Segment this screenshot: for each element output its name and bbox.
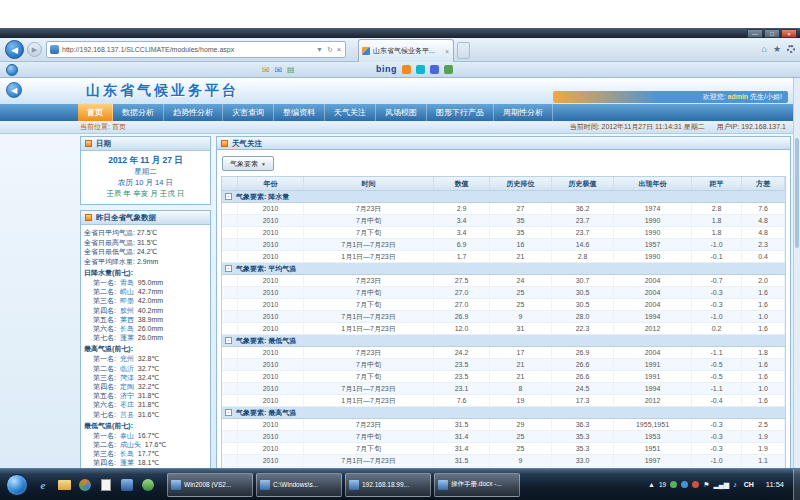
folder-icon[interactable] bbox=[55, 476, 73, 494]
station-name[interactable]: 长岛 bbox=[120, 450, 134, 457]
url-text[interactable]: http://192.168.137.1/SLCCLIMATE/modules/… bbox=[62, 46, 314, 53]
address-bar[interactable]: http://192.168.137.1/SLCCLIMATE/modules/… bbox=[46, 41, 346, 58]
station-name[interactable]: 兖州 bbox=[120, 355, 134, 362]
collapse-icon[interactable]: - bbox=[225, 193, 232, 200]
favorites-star-icon[interactable]: ★ bbox=[773, 43, 781, 55]
forward-button[interactable]: ▶ bbox=[27, 42, 42, 57]
toolbar-icon-1[interactable] bbox=[402, 65, 411, 74]
close-button[interactable]: × bbox=[781, 29, 797, 38]
nav-item[interactable]: 图形下行产品 bbox=[427, 104, 494, 121]
cell-anomaly: -1.1 bbox=[692, 347, 742, 358]
network-icon[interactable]: ▂▄▆ bbox=[713, 480, 729, 490]
table-section-row[interactable]: - 气象要素: 降水量 bbox=[222, 191, 785, 203]
element-selector-button[interactable]: 气象要素 ▼ bbox=[222, 156, 274, 171]
im-tray-icon[interactable] bbox=[681, 481, 688, 488]
station-name[interactable]: 定陶 bbox=[120, 383, 134, 390]
nav-item[interactable]: 周期性分析 bbox=[494, 104, 553, 121]
address-dropdown-icon[interactable]: ▼ bbox=[314, 46, 325, 53]
update-tray-icon[interactable] bbox=[692, 481, 699, 488]
table-section-row[interactable]: - 气象要素: 最低气温 bbox=[222, 335, 785, 347]
task-button[interactable]: C:\Windows\s... bbox=[256, 473, 342, 497]
app-icon-2[interactable] bbox=[139, 476, 157, 494]
station-name[interactable]: 蓬莱 bbox=[120, 459, 134, 466]
station-name[interactable]: 济宁 bbox=[120, 392, 134, 399]
site-back-bubble-icon[interactable]: ◀ bbox=[6, 82, 22, 98]
nav-item[interactable]: 天气关注 bbox=[325, 104, 376, 121]
messenger-icon[interactable] bbox=[6, 64, 18, 76]
cell-anomaly: -0.5 bbox=[692, 371, 742, 382]
media-player-icon[interactable] bbox=[76, 476, 94, 494]
minimize-button[interactable]: — bbox=[747, 29, 763, 38]
station-name[interactable]: 蓬莱 bbox=[120, 334, 134, 341]
gear-icon[interactable] bbox=[787, 45, 795, 53]
cell-anomaly: -1.0 bbox=[692, 311, 742, 322]
nav-item-home[interactable]: 首页 bbox=[78, 104, 113, 121]
station-name[interactable]: 菏泽 bbox=[120, 374, 134, 381]
station-name[interactable]: 胶州 bbox=[120, 307, 134, 314]
nav-item[interactable]: 数据分析 bbox=[113, 104, 164, 121]
station-name[interactable]: 泰山 bbox=[120, 432, 134, 439]
rank-value: 31.8℃ bbox=[138, 392, 160, 399]
station-name[interactable]: 成山头 bbox=[120, 441, 141, 448]
bing-logo[interactable]: bing bbox=[376, 64, 397, 74]
nav-item[interactable]: 风场模图 bbox=[376, 104, 427, 121]
document-app-icon[interactable] bbox=[97, 476, 115, 494]
show-desktop-button[interactable] bbox=[793, 469, 800, 500]
taskbar-clock[interactable]: 11:54 bbox=[761, 480, 789, 489]
stat-value: 31.5℃ bbox=[137, 239, 157, 246]
antivirus-tray-icon[interactable] bbox=[670, 481, 677, 488]
flag-icon[interactable]: ⚑ bbox=[703, 480, 709, 490]
collapse-icon[interactable]: - bbox=[225, 337, 232, 344]
table-row: 2010 7月下旬 31.4 25 35.3 1951 -0.3 1.9 bbox=[222, 443, 785, 455]
system-tray: ▲ 19 ⚑ ▂▄▆ ♪ CH 11:54 bbox=[648, 469, 800, 500]
station-name[interactable]: 崂山 bbox=[120, 288, 134, 295]
stop-icon[interactable]: × bbox=[335, 46, 343, 53]
maximize-button[interactable]: □ bbox=[764, 29, 780, 38]
main-panel-title: 天气关注 bbox=[232, 139, 262, 148]
page-scrollbar[interactable] bbox=[793, 78, 800, 468]
mail-icon-2[interactable]: ✉ bbox=[275, 64, 283, 76]
ie-icon[interactable]: e bbox=[34, 476, 52, 494]
task-button[interactable]: Win2008 (VS2... bbox=[167, 473, 253, 497]
nav-item[interactable]: 趋势性分析 bbox=[164, 104, 223, 121]
nav-item[interactable]: 灾害查询 bbox=[223, 104, 274, 121]
table-section-row[interactable]: - 气象要素: 平均气温 bbox=[222, 263, 785, 275]
mail-icon[interactable]: ✉ bbox=[262, 64, 270, 76]
cell-variance: 1.6 bbox=[742, 371, 785, 382]
station-name[interactable]: 莒县 bbox=[120, 411, 134, 418]
back-button[interactable]: ◀ bbox=[5, 40, 24, 59]
language-indicator[interactable]: CH bbox=[741, 480, 757, 489]
ranking-item: 第五名: 济宁 31.8℃ bbox=[84, 391, 207, 400]
browser-tab[interactable]: 山东省气候业务平... × bbox=[358, 39, 454, 62]
table-section-row[interactable]: - 气象要素: 最高气温 bbox=[222, 407, 785, 419]
cell-rank: 21 bbox=[490, 359, 552, 370]
task-button[interactable]: 192.168.18.99... bbox=[345, 473, 431, 497]
volume-icon[interactable]: ♪ bbox=[733, 480, 737, 490]
tray-expand-icon[interactable]: ▲ bbox=[648, 480, 655, 490]
weather-stat: 全省平均降水量: 2.9mm bbox=[84, 257, 207, 267]
task-app-icon bbox=[260, 480, 270, 490]
nav-item[interactable]: 整编资料 bbox=[274, 104, 325, 121]
station-name[interactable]: 临沂 bbox=[120, 365, 134, 372]
station-name[interactable]: 枣庄 bbox=[120, 401, 134, 408]
new-tab-button[interactable] bbox=[457, 42, 470, 59]
toolbar-icon-3[interactable] bbox=[430, 65, 439, 74]
station-name[interactable]: 青岛 bbox=[120, 279, 134, 286]
station-name[interactable]: 即墨 bbox=[120, 297, 134, 304]
tab-close-icon[interactable]: × bbox=[444, 48, 450, 55]
collapse-icon[interactable]: - bbox=[225, 265, 232, 272]
task-button[interactable]: 操作手册.docx -... bbox=[434, 473, 520, 497]
home-icon[interactable]: ⌂ bbox=[761, 43, 766, 55]
toolbar-icon-4[interactable] bbox=[444, 65, 453, 74]
start-button[interactable] bbox=[6, 474, 28, 496]
scrollbar-thumb[interactable] bbox=[795, 138, 799, 248]
app-icon-1[interactable] bbox=[118, 476, 136, 494]
refresh-icon[interactable]: ↻ bbox=[325, 46, 335, 54]
station-name[interactable]: 长岛 bbox=[120, 325, 134, 332]
cell-extreme-year: 2004 bbox=[614, 287, 692, 298]
station-name[interactable]: 莱西 bbox=[120, 316, 134, 323]
page-icon[interactable]: ▤ bbox=[287, 64, 295, 76]
collapse-icon[interactable]: - bbox=[225, 409, 232, 416]
weather-panel-title: 昨日全省气象数据 bbox=[96, 213, 156, 222]
toolbar-icon-2[interactable] bbox=[416, 65, 425, 74]
